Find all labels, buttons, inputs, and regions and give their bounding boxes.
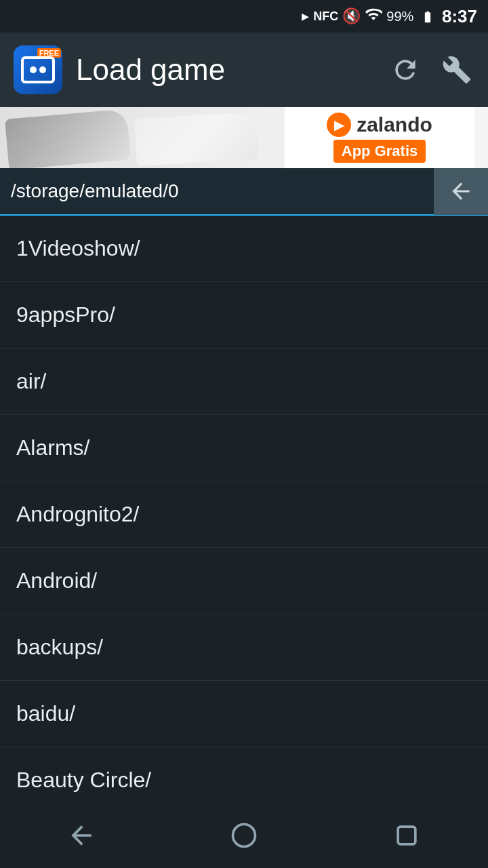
- file-item-name: air/: [16, 369, 46, 394]
- file-item-name: Alarms/: [16, 435, 89, 460]
- file-item-name: 9appsPro/: [16, 302, 115, 328]
- ad-tagline: App Gratis: [333, 140, 426, 163]
- bottom-nav: [0, 803, 488, 868]
- app-icon: FREE: [14, 45, 62, 94]
- path-bar: [0, 168, 488, 216]
- list-item[interactable]: Android/: [0, 548, 488, 614]
- wifi-icon: [365, 5, 382, 27]
- ad-banner[interactable]: ✕ ▶ ▶ zalando App Gratis: [0, 107, 488, 168]
- file-item-name: backups/: [16, 635, 103, 660]
- list-item[interactable]: backups/: [0, 614, 488, 681]
- file-list: 1Videoshow/ 9appsPro/ air/ Alarms/ Andro…: [0, 216, 488, 814]
- status-bar: ▸ NFC 🔇 99% 8:37: [0, 0, 488, 33]
- nav-back-icon: [66, 821, 96, 850]
- ad-brand-name: zalando: [357, 113, 432, 136]
- file-item-name: baidu/: [16, 701, 75, 726]
- app-icon-inner: [21, 56, 55, 83]
- file-item-name: Beauty Circle/: [16, 768, 151, 793]
- list-item[interactable]: Andrognito2/: [0, 481, 488, 548]
- app-bar: FREE Load game: [0, 33, 488, 107]
- shoe-1: [5, 108, 131, 168]
- bluetooth-icon: ▸: [302, 7, 309, 25]
- svg-point-0: [233, 825, 256, 847]
- back-arrow-icon: [448, 178, 474, 204]
- status-icons: ▸ NFC 🔇 99% 8:37: [302, 5, 477, 27]
- ad-brand-icon: ▶: [327, 113, 351, 137]
- battery-icon: 99%: [386, 9, 438, 24]
- list-item[interactable]: 9appsPro/: [0, 282, 488, 349]
- list-item[interactable]: Alarms/: [0, 415, 488, 481]
- nav-recent-icon: [392, 821, 422, 850]
- refresh-icon: [390, 55, 420, 85]
- app-icon-dot-2: [39, 66, 46, 73]
- app-bar-actions: [388, 52, 474, 87]
- status-time: 8:37: [442, 6, 477, 27]
- refresh-button[interactable]: [388, 52, 423, 87]
- nav-back-button[interactable]: [41, 803, 122, 868]
- file-item-name: Android/: [16, 568, 97, 593]
- ad-shoes-image: [0, 107, 285, 168]
- ad-brand-area: ▶ zalando App Gratis: [285, 107, 474, 168]
- svg-rect-1: [398, 827, 415, 844]
- list-item[interactable]: air/: [0, 349, 488, 415]
- nav-recent-button[interactable]: [366, 803, 447, 868]
- settings-button[interactable]: [439, 52, 474, 87]
- nfc-icon: NFC: [313, 9, 338, 24]
- page-title: Load game: [76, 53, 388, 87]
- list-item[interactable]: baidu/: [0, 681, 488, 747]
- nav-home-button[interactable]: [203, 803, 285, 868]
- list-item[interactable]: 1Videoshow/: [0, 216, 488, 282]
- file-item-name: Andrognito2/: [16, 502, 139, 527]
- navigate-back-button[interactable]: [434, 167, 488, 215]
- ad-brand-logo: ▶ zalando: [327, 113, 432, 137]
- settings-icon: [442, 55, 472, 85]
- mute-icon: 🔇: [342, 7, 361, 25]
- file-item-name: 1Videoshow/: [16, 236, 140, 261]
- shoe-2: [134, 112, 258, 165]
- path-input[interactable]: [0, 168, 434, 214]
- nav-home-icon: [229, 821, 259, 850]
- app-icon-dot-1: [30, 66, 37, 73]
